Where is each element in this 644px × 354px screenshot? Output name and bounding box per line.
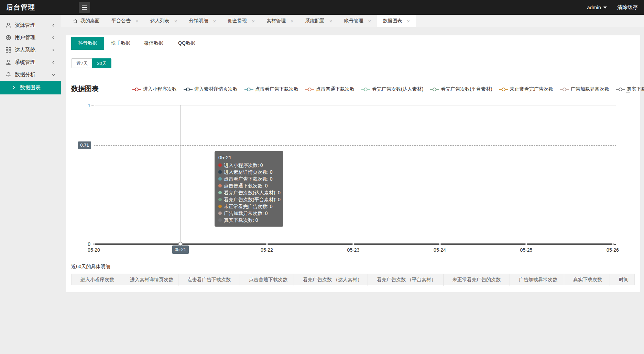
tooltip-series-dot	[218, 163, 222, 167]
tooltip-series-dot	[218, 184, 222, 187]
tab-2[interactable]: 平台公告×	[106, 15, 144, 27]
tooltip-series-dot	[218, 218, 222, 222]
y-axis-tick	[91, 105, 94, 105]
legend-item[interactable]: 点击看广告下载次数	[244, 86, 298, 92]
legend-item[interactable]: 点击普通下载次数	[305, 86, 354, 92]
tab-5[interactable]: 佣金提现×	[222, 15, 261, 27]
x-axis-tick-label: 05-23	[341, 247, 365, 253]
data-point-05-24	[439, 243, 441, 245]
tooltip-series-dot	[218, 205, 222, 208]
tooltip-series-dot	[218, 191, 222, 194]
close-tab-icon[interactable]: ×	[291, 18, 294, 24]
tab-7[interactable]: 系统配置×	[299, 15, 338, 27]
user-dropdown[interactable]: admin	[587, 4, 607, 10]
table-header-cell: 进入小程序次数	[72, 274, 121, 286]
chevron-right-white-icon	[12, 86, 15, 89]
tab-1[interactable]: 我的桌面	[67, 15, 106, 27]
tab-8[interactable]: 账号管理×	[338, 15, 377, 27]
table-header-cell: 点击普通下载次数	[240, 274, 294, 286]
chart-legend: 进入小程序次数进入素材详情页次数点击看广告下载次数点击普通下载次数看完广告次数(…	[132, 86, 644, 92]
download-icon[interactable]	[625, 87, 631, 93]
bell-icon	[6, 72, 11, 78]
chevron-left-icon	[52, 60, 55, 64]
tooltip-row-text: 进入小程序次数: 0	[224, 162, 263, 169]
tab-label: 素材管理	[266, 18, 286, 24]
sidebar-item-5[interactable]: 数据分析	[0, 68, 61, 81]
tab-label: 我的桌面	[80, 18, 100, 24]
tooltip-series-dot	[218, 212, 222, 215]
range-button-1[interactable]: 近7天	[72, 58, 92, 68]
y-axis	[94, 105, 94, 244]
range-button-2[interactable]: 30天	[92, 58, 111, 68]
hamburger-menu-icon[interactable]	[79, 2, 90, 13]
topbar: 后台管理 admin 清除缓存	[0, 0, 644, 15]
data-point-05-20	[93, 243, 95, 245]
chart-top-gridline	[94, 105, 616, 105]
tooltip-row-text: 看完广告次数(平台素材): 0	[224, 196, 281, 203]
tooltip-row: 点击普通下载次数: 0	[218, 182, 280, 189]
tooltip-row-text: 看完广告次数(达人素材): 0	[224, 189, 281, 196]
tooltip-row-text: 进入素材详情页次数: 0	[224, 169, 273, 175]
tab-6[interactable]: 素材管理×	[261, 15, 299, 27]
platform-tab-4[interactable]: QQ数据	[170, 37, 203, 50]
tooltip-row: 点击看广告下载次数: 0	[218, 175, 280, 182]
legend-marker-icon	[499, 89, 508, 90]
legend-marker-icon	[361, 89, 370, 90]
close-tab-icon[interactable]: ×	[407, 18, 410, 24]
legend-label: 看完广告次数(平台素材)	[441, 86, 492, 92]
grid-icon	[6, 47, 11, 53]
legend-marker-icon	[244, 89, 253, 90]
x-axis	[94, 244, 616, 245]
sidebar-item-1[interactable]: 资源管理	[0, 19, 61, 31]
close-tab-icon[interactable]: ×	[252, 18, 255, 24]
legend-item[interactable]: 看完广告次数(平台素材)	[430, 86, 492, 92]
axis-pointer-label: 05-21	[172, 245, 189, 254]
detail-table-header: 进入小程序次数进入素材详情页次数点击看广告下载次数点击普通下载次数看完广告次数 …	[71, 274, 635, 285]
platform-tab-2[interactable]: 快手数据	[104, 37, 137, 50]
legend-marker-icon	[616, 89, 625, 90]
chart-tooltip: 05-21 进入小程序次数: 0进入素材详情页次数: 0点击看广告下载次数: 0…	[215, 151, 283, 227]
tooltip-row: 进入小程序次数: 0	[218, 162, 280, 169]
platform-tab-3[interactable]: 微信数据	[137, 37, 170, 50]
close-tab-icon[interactable]: ×	[368, 18, 371, 24]
legend-item[interactable]: 广告加载异常次数	[560, 86, 609, 92]
close-tab-icon[interactable]: ×	[213, 18, 216, 24]
tab-3[interactable]: 达人列表×	[144, 15, 183, 27]
legend-item[interactable]: 进入小程序次数	[132, 86, 177, 92]
close-tab-icon[interactable]: ×	[135, 18, 139, 24]
sidebar-item-3[interactable]: 达人系统	[0, 44, 61, 56]
tab-label: 账号管理	[344, 18, 363, 24]
x-axis-tick-label: 05-26	[601, 247, 625, 253]
tab-9[interactable]: 数据图表×	[377, 15, 416, 27]
platform-tab-1[interactable]: 抖音数据	[71, 37, 104, 50]
legend-item[interactable]: 未正常看完广告次数	[499, 86, 553, 92]
tab-label: 系统配置	[305, 18, 325, 24]
table-header-cell: 真实下载次数	[564, 274, 610, 286]
table-header-cell: 时间	[610, 274, 634, 286]
sidebar-item-label: 资源管理	[15, 22, 52, 28]
close-tab-icon[interactable]: ×	[174, 18, 177, 24]
mark-line-label: 0.71	[78, 141, 91, 149]
y-axis-label-min: 0	[79, 241, 90, 247]
tab-4[interactable]: 分销明细×	[183, 15, 222, 27]
user-icon	[6, 22, 11, 28]
clear-cache-button[interactable]: 清除缓存	[617, 4, 638, 11]
sidebar-subitem[interactable]: 数据图表	[0, 81, 61, 94]
tooltip-title: 05-21	[218, 154, 280, 161]
tooltip-series-dot	[218, 170, 222, 174]
close-tab-icon[interactable]: ×	[329, 18, 332, 24]
sidebar-item-4[interactable]: 系统管理	[0, 56, 61, 68]
table-header-cell: 未正常看完广告的次数	[444, 274, 510, 286]
legend-item[interactable]: 看完广告次数(达人素材)	[361, 86, 423, 92]
legend-item[interactable]: 进入素材详情页次数	[184, 86, 238, 92]
chevron-left-icon	[52, 36, 55, 39]
table-header-cell: 进入素材详情页次数	[121, 274, 178, 286]
tab-label: 佣金提现	[228, 18, 247, 24]
legend-marker-icon	[305, 89, 314, 90]
sidebar-item-2[interactable]: 用户管理	[0, 31, 61, 44]
admin-page: 后台管理 admin 清除缓存 资源管理用户管理达人系统系统管理数据分析数据图表…	[0, 0, 644, 354]
tooltip-row: 看完广告次数(达人素材): 0	[218, 189, 280, 196]
data-point-05-22	[266, 243, 268, 245]
username: admin	[587, 4, 601, 10]
chevron-left-icon	[52, 48, 55, 52]
